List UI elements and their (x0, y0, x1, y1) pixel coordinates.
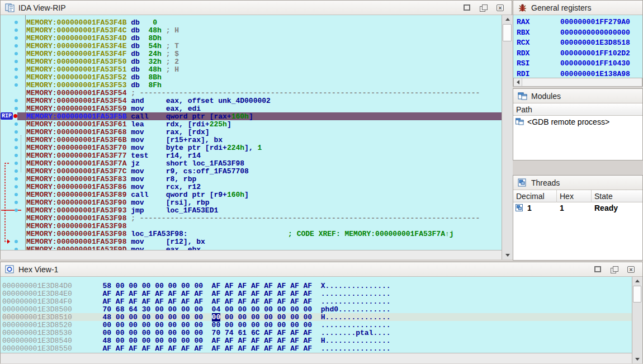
disasm-line[interactable]: MEMORY:000000001FA53F98 ; --------------… (26, 214, 502, 222)
disasm-line[interactable]: MEMORY:000000001FA53F90 mov [rsi], rbp (26, 198, 502, 206)
hex-byte[interactable]: AF (129, 297, 138, 306)
hex-byte[interactable]: AF (304, 282, 313, 290)
address-dot[interactable] (15, 44, 18, 48)
hex-byte[interactable]: 00 (194, 313, 203, 322)
register-value[interactable]: 000000001FF279A0 (560, 18, 630, 26)
hex-byte[interactable]: AF (251, 297, 260, 306)
address-dot[interactable] (15, 193, 18, 196)
register-row-rbx[interactable]: RBX 0000000000000000 (517, 29, 642, 39)
hex-byte[interactable]: AF (264, 344, 273, 353)
hex-byte[interactable]: AF (290, 344, 299, 353)
hex-byte[interactable]: AF (116, 297, 125, 306)
register-row-rcx[interactable]: RCX 000000001E3D8518 (517, 39, 642, 49)
hex-byte[interactable]: AF (264, 297, 273, 306)
hex-byte[interactable]: AF (129, 290, 138, 298)
hex-byte[interactable]: AF (181, 290, 190, 298)
hex-byte[interactable]: AF (304, 290, 313, 298)
hex-byte[interactable]: AF (277, 282, 286, 290)
hex-byte[interactable]: AF (102, 297, 111, 306)
column-header-hex[interactable]: Hex (557, 190, 592, 202)
hex-byte[interactable]: AF (238, 337, 247, 345)
disasm-line[interactable]: MEMORY:000000001FA53F4F db 24h ; $ (26, 50, 502, 58)
disasm-line-current-rip[interactable]: MEMORY:000000001FA53F5B call qword ptr [… (17, 112, 502, 120)
hex-byte[interactable]: AF (264, 337, 273, 345)
hex-byte[interactable]: 48 (102, 313, 111, 322)
hex-byte[interactable]: 00 (181, 329, 190, 337)
hex-byte[interactable]: 00 (304, 321, 313, 329)
hex-byte[interactable]: AF (212, 344, 221, 353)
hex-byte[interactable]: 00 (155, 313, 164, 322)
hex-row[interactable]: 000000001E3D8520 00 00 00 00 00 00 00 00… (2, 321, 632, 329)
hex-byte[interactable]: 00 (155, 321, 164, 329)
hex-byte[interactable]: AF (225, 337, 234, 345)
hex-byte[interactable]: 00 (116, 321, 125, 329)
register-value[interactable]: 000000001E138A98 (560, 70, 630, 78)
hex-byte[interactable]: 58 (102, 282, 111, 290)
hex-byte[interactable]: 70 (212, 329, 221, 337)
hex-byte[interactable]: 00 (264, 305, 273, 314)
address-dot[interactable] (15, 75, 18, 79)
hex-byte[interactable]: 00 (116, 282, 125, 290)
hex-byte[interactable]: AF (251, 337, 260, 345)
address-dot[interactable] (15, 154, 18, 157)
hex-ascii[interactable]: ................ (321, 321, 391, 329)
disasm-line[interactable]: MEMORY:000000001FA53F98 (26, 222, 502, 230)
hex-row[interactable]: 000000001E3D8540 48 00 00 00 00 00 00 00… (2, 337, 632, 344)
hex-ascii[interactable]: ................ (321, 290, 391, 298)
hex-byte[interactable]: AF (194, 344, 203, 353)
register-row-rdx[interactable]: RDX 000000001FF102D2 (517, 49, 642, 60)
register-value[interactable]: 0000000000000000 (560, 29, 630, 37)
hex-byte[interactable]: AF (277, 290, 286, 298)
hex-byte[interactable]: 00 (181, 282, 190, 290)
hex-row[interactable]: 000000001E3D8550 AF AF AF AF AF AF AF AF… (2, 344, 632, 352)
hex-byte[interactable]: AF (142, 297, 151, 306)
hex-byte[interactable]: AF (181, 344, 190, 353)
hex-byte[interactable]: AF (129, 344, 138, 353)
ida-vertical-scrollbar[interactable] (502, 15, 513, 259)
hex-byte[interactable]: AF (212, 337, 221, 345)
disasm-line[interactable]: MEMORY:000000001FA53F50 db 32h ; 2 (26, 58, 502, 65)
hex-byte[interactable]: AF (304, 344, 313, 353)
disasm-line[interactable]: MEMORY:000000001FA53F86 mov rcx, r12 (26, 183, 502, 191)
hex-byte[interactable]: 00 (251, 305, 260, 314)
hex-byte[interactable]: 00 (116, 337, 125, 345)
hex-byte[interactable]: 74 (225, 329, 234, 337)
restore-button[interactable] (611, 266, 618, 273)
hex-byte[interactable]: AF (290, 329, 299, 337)
hex-row-current[interactable]: 000000001E3D8510 48 00 00 00 00 00 00 00… (2, 313, 632, 321)
hex-byte[interactable]: AF (116, 344, 125, 353)
hex-byte[interactable]: AF (238, 297, 247, 306)
address-dot[interactable] (15, 240, 18, 243)
hex-byte[interactable]: 6C (251, 329, 260, 337)
column-header-state[interactable]: State (592, 190, 642, 202)
disasm-line[interactable]: MEMORY:000000001FA53F61 lea rdx, [rdi+22… (26, 120, 502, 128)
hex-byte[interactable]: AF (142, 290, 151, 298)
disasm-line[interactable]: MEMORY:000000001FA53F4B db 0 (26, 18, 502, 26)
hex-byte[interactable]: AF (225, 297, 234, 306)
hex-byte[interactable]: 00 (212, 321, 221, 329)
hex-byte[interactable]: 00 (142, 282, 151, 290)
hex-byte[interactable]: 00 (102, 329, 111, 337)
module-row[interactable]: <GDB remote process> (513, 116, 642, 128)
disasm-line[interactable]: MEMORY:000000001FA53F98 loc_1FA53F98: ; … (26, 230, 502, 238)
hex-byte[interactable]: AF (155, 344, 164, 353)
hex-byte[interactable]: 00 (238, 321, 247, 329)
hex-ascii[interactable]: ................ (321, 344, 391, 353)
scrollbar-thumb[interactable] (633, 286, 641, 302)
hex-byte[interactable]: AF (251, 282, 260, 290)
scroll-down-icon[interactable] (632, 355, 642, 363)
address-dot[interactable] (15, 52, 18, 55)
hex-ascii[interactable]: X............... (321, 282, 391, 290)
disasm-line[interactable]: MEMORY:000000001FA53F51 db 48h ; H (26, 65, 502, 73)
hex-byte[interactable]: AF (155, 290, 164, 298)
hex-ascii[interactable]: H............... (321, 337, 391, 345)
hex-byte[interactable]: AF (264, 290, 273, 298)
hex-byte[interactable]: AF (277, 337, 286, 345)
hex-byte[interactable]: 04 (212, 305, 221, 314)
address-dot[interactable] (15, 162, 18, 165)
hex-byte[interactable]: 00 (277, 305, 286, 314)
hex-byte[interactable]: AF (238, 290, 247, 298)
maximize-button[interactable] (464, 4, 470, 11)
hex-byte[interactable]: 00 (155, 337, 164, 345)
hex-byte[interactable]: 00 (225, 321, 234, 329)
